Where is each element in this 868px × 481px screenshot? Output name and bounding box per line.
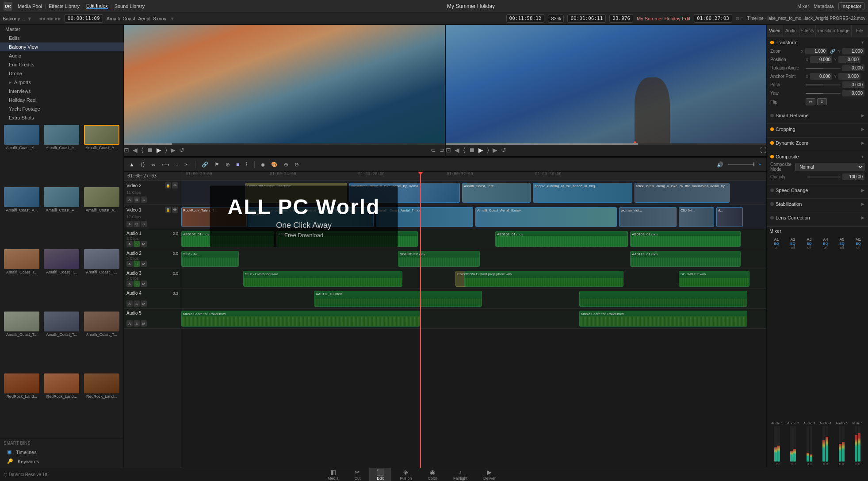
inspector-tab-video[interactable]: Video [767,25,783,37]
a4-m-btn[interactable]: M [141,300,147,307]
pitch-slider[interactable] [806,85,841,85]
v2-lock-btn[interactable]: 🔒 [165,182,171,189]
zoom-link-icon[interactable]: 🔗 [830,49,835,54]
cropping-expand[interactable]: ▶ [861,127,864,131]
inspector-tab-audio[interactable]: Audio [783,25,799,37]
rotation-input[interactable] [842,65,864,71]
clip-audio-aa1[interactable]: AA0113_01.mov [630,251,741,267]
dynamic-zoom-expand[interactable]: ▶ [861,141,864,145]
anchor-x-input[interactable] [810,73,832,80]
inspector-tab-image[interactable]: Image [835,25,852,37]
razor-tool[interactable]: ✂ [183,161,191,169]
flag-clip[interactable]: ⚑ [213,161,221,169]
clip-audio-music2[interactable]: Music Score for Trailer.mov [579,311,747,327]
clip-audio-aa-a4b[interactable] [579,291,747,307]
bin-item[interactable]: Amalfi_Coast_A... [3,125,41,185]
pos-x-input[interactable] [810,56,832,63]
nav-audio[interactable]: Audio [0,51,124,60]
v2-auto-btn[interactable]: A [126,196,133,203]
clip-people-running[interactable]: people_running_at_the_beach_in_brig... [533,183,632,203]
select-tool[interactable]: ▲ [127,161,136,169]
a2-s-btn[interactable]: S [134,261,140,267]
tl-zoom-btn[interactable]: ⊡ [446,146,451,154]
effects-library-btn[interactable]: Effects Library [49,4,80,9]
tl-loop[interactable]: ↺ [501,146,506,154]
composite-header[interactable]: Composite ▼ [770,154,864,159]
pos-y-input[interactable] [838,56,860,63]
v2-vis-btn[interactable]: 👁 [172,182,178,189]
a3-s-btn[interactable]: S [134,281,140,287]
nav-end-credits[interactable]: End Credits [0,60,124,69]
nav-edits[interactable]: Edits [0,34,124,42]
link-clips[interactable]: 🔗 [200,161,210,169]
yaw-input[interactable] [842,90,864,96]
volume-btn[interactable]: 🔊 [715,161,725,169]
zoom-x-input[interactable] [805,48,827,54]
mixer-a3-eq[interactable]: EQ [801,242,817,246]
stabilization-header[interactable]: Stabilization ▶ [770,201,864,207]
bin-item[interactable]: Amalfi_Coast_T... [3,249,41,310]
lens-correction-expand[interactable]: ▶ [861,215,864,220]
source-zoom-btn[interactable]: ⊡ [124,146,129,154]
source-out-point[interactable]: ⊃ [440,146,445,154]
clip-color[interactable]: 🎨 [269,161,279,169]
marker-btn[interactable]: ◆ [259,161,267,169]
a2-m-btn[interactable]: M [141,261,147,267]
sound-library-btn[interactable]: Sound Library [115,4,145,9]
flip-v-btn[interactable]: ⇕ [817,98,827,105]
clip-audio-soundfx2[interactable]: SOUND FX.wav [679,271,749,287]
composite-mode-select[interactable]: Normal [795,163,864,171]
nav-fusion[interactable]: ◈ Fusion [393,467,419,481]
mixer-a2-eq[interactable]: EQ [785,242,801,246]
bin-item[interactable]: Amalfi_Coast_T... [3,312,41,372]
v1-auto-btn[interactable]: A [126,221,133,227]
source-play[interactable]: ▶ [157,146,161,154]
tl-prev-frame[interactable]: ◀ [455,146,459,154]
metadata-btn[interactable]: Metadata [814,4,834,9]
bin-item[interactable]: Amalfi_Coast_T... [42,312,80,372]
composite-dot[interactable] [770,155,774,158]
source-step-fwd[interactable]: ⟩ [165,146,167,154]
nav-airports[interactable]: ▶ Airports [0,78,124,87]
bin-item[interactable]: RedRock_Land... [42,373,80,434]
bin-item[interactable]: Amalfi_Coast_A... [42,187,80,248]
clip-amalfi-v2[interactable]: Amalfi_Coast_Tere... [462,183,531,203]
clip-audio-soundfx[interactable]: SOUND FX.wav [398,251,480,267]
bin-item[interactable]: RedRock_Land... [3,373,41,434]
nav-keywords[interactable]: 🔑 Keywords [4,457,120,466]
clip-audio-prop[interactable]: SFX - Distant prop plane.wav [464,271,623,287]
v1-vis-btn[interactable]: 👁 [172,207,178,213]
bin-item[interactable]: Amalfi_Coast_A... [83,187,121,248]
color-picker[interactable]: ■ [234,161,241,169]
source-stop[interactable]: ⏹ [147,146,153,154]
a1-m-btn[interactable]: M [141,241,147,247]
snap-toggle[interactable]: ⊕ [224,161,232,169]
dynamic-zoom-header[interactable]: Dynamic Zoom ▶ [770,140,864,146]
nav-master[interactable]: Master [0,25,124,34]
source-loop[interactable]: ↺ [179,146,184,154]
smart-reframe-header[interactable]: Smart Reframe ▶ [770,113,864,118]
nav-media[interactable]: ◧ Media [321,467,346,481]
a3-auto-btn[interactable]: A [126,281,133,287]
nav-extra-shots[interactable]: Extra Shots [0,113,124,122]
a4-s-btn[interactable]: S [134,300,140,307]
tl-play[interactable]: ▶ [478,146,483,154]
playhead[interactable] [420,172,421,468]
a4-auto-btn[interactable]: A [126,300,133,307]
cropping-header[interactable]: Cropping ▶ [770,127,864,132]
lens-correction-dot[interactable] [770,216,774,219]
a1-auto-btn[interactable]: A [126,241,133,247]
edit-index-btn[interactable]: Edit Index [86,3,108,9]
bin-item[interactable]: Amalfi_Coast_A... [3,187,41,248]
a5-s-btn[interactable]: S [134,320,140,327]
speed-change-dot[interactable] [770,189,774,192]
audio-wave[interactable]: ⌇ [244,161,250,169]
mixer-a1-eq[interactable]: EQ [769,242,784,246]
nav-deliver[interactable]: ▶ Deliver [476,467,503,481]
dynamic-zoom-dot[interactable] [770,141,774,145]
opacity-slider[interactable] [807,177,841,177]
clip-audio-sfx1[interactable]: SFX - Je... [181,251,239,267]
opacity-input[interactable] [842,173,864,180]
tl-fullscreen[interactable]: ⛶ [760,146,766,154]
mixer-a5-eq[interactable]: EQ [834,242,850,246]
